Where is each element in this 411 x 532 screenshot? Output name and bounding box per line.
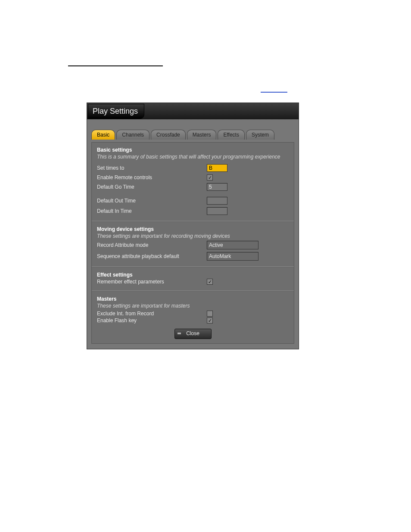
enable-remote-checkbox[interactable]: [207, 174, 213, 180]
sequence-attribute-label: Sequence attribute playback default: [97, 253, 207, 259]
sequence-attribute-select[interactable]: AutoMark: [207, 252, 258, 261]
tab-crossfade[interactable]: Crossfade: [151, 130, 186, 140]
close-button[interactable]: Close: [174, 329, 212, 339]
tabstrip: Basic Channels Crossfade Masters Effects…: [91, 130, 294, 140]
exclude-int-checkbox[interactable]: [207, 311, 213, 317]
effect-section-title: Effect settings: [97, 272, 289, 278]
exclude-int-label: Exclude Int. from Record: [97, 311, 207, 317]
tab-effects[interactable]: Effects: [218, 130, 244, 140]
basic-section-title: Basic settings: [97, 147, 289, 153]
panel-basic: Basic settings This is a summary of basi…: [91, 142, 294, 344]
record-attribute-mode-select[interactable]: Active: [207, 241, 258, 249]
enable-flash-label: Enable Flash key: [97, 317, 207, 324]
record-attribute-mode-label: Record Attribute mode: [97, 242, 207, 248]
divider-2: [92, 267, 294, 268]
basic-section-desc: This is a summary of basic settings that…: [97, 154, 289, 160]
default-in-time-label: Default In Time: [97, 208, 207, 214]
divider-1: [92, 221, 294, 222]
default-in-time-input[interactable]: [207, 207, 227, 215]
default-go-time-label: Default Go Time: [97, 184, 207, 190]
set-times-input[interactable]: B: [207, 164, 227, 172]
moving-section-desc: These settings are important for recordi…: [97, 233, 289, 239]
default-out-time-label: Default Out Time: [97, 198, 207, 204]
remember-effect-label: Remember effect parameters: [97, 279, 207, 285]
tab-system[interactable]: System: [246, 130, 274, 140]
masters-section-title: Masters: [97, 296, 289, 302]
set-times-label: Set times to: [97, 165, 207, 171]
dialog-body: Basic Channels Crossfade Masters Effects…: [87, 119, 299, 349]
tab-basic[interactable]: Basic: [91, 130, 115, 140]
default-go-time-input[interactable]: 5: [207, 183, 227, 191]
titlebar: Play Settings: [87, 103, 299, 119]
divider-3: [92, 291, 294, 292]
enable-flash-checkbox[interactable]: [207, 317, 213, 324]
play-settings-dialog: Play Settings Basic Channels Crossfade M…: [87, 103, 299, 349]
artifact-line: [68, 65, 163, 66]
tab-masters[interactable]: Masters: [187, 130, 217, 140]
masters-section-desc: These settings are important for masters: [97, 303, 289, 309]
default-out-time-input[interactable]: [207, 197, 227, 205]
artifact-link-underline: [261, 92, 287, 93]
remember-effect-checkbox[interactable]: [207, 279, 213, 285]
enable-remote-label: Enable Remote controls: [97, 174, 207, 180]
dialog-title: Play Settings: [88, 104, 144, 119]
moving-section-title: Moving device settings: [97, 226, 289, 232]
tab-channels[interactable]: Channels: [116, 130, 149, 140]
